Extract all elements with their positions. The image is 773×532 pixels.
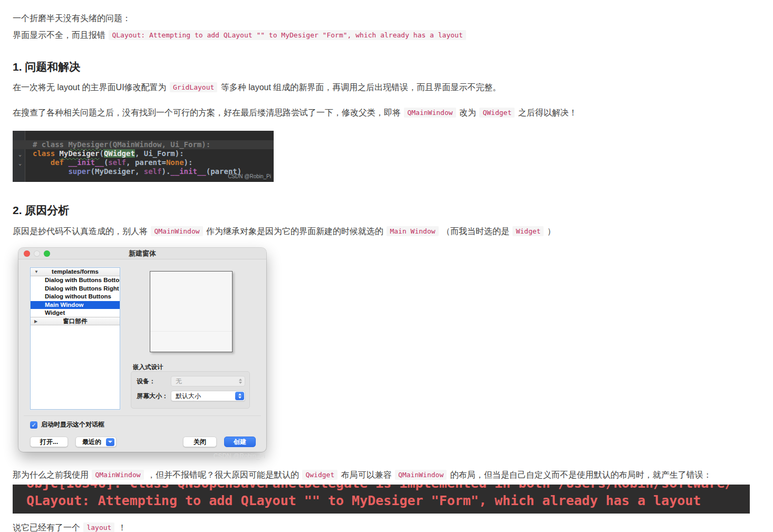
text-run: 界面显示不全，而且报错 [13, 31, 108, 40]
inline-code: Main Window [386, 226, 438, 236]
inline-code: GridLayout [170, 82, 217, 92]
inline-code: layout [83, 523, 114, 532]
recent-button[interactable]: 最近的 [75, 437, 117, 447]
form-preview [150, 271, 233, 352]
template-items: Dialog with Buttons BottomDialog with Bu… [31, 276, 120, 317]
code-line: class MyDesiger(QWidget, Ui_Form): [13, 149, 274, 158]
text-run: 作为继承对象是因为它的界面新建的时候就选的 [204, 227, 386, 236]
section-1-title: 1. 问题和解决 [13, 61, 760, 73]
close-window-icon[interactable] [24, 250, 30, 257]
text-run: 在一次将无 layout 的主界面UI修改配置为 [13, 83, 169, 92]
text-run: 原因是抄代码不认真造成的，别人将 [13, 227, 150, 236]
dialog-titlebar: 新建窗体 [18, 248, 266, 259]
dialog-button-row: 打开... 最近的 关闭 创建 [30, 437, 256, 447]
triangle-right-icon[interactable]: ▶ [34, 317, 37, 325]
inline-code: QLayout: Attempting to add QLayout "" to… [109, 30, 466, 40]
form-template-item[interactable]: Dialog without Buttons [31, 293, 120, 301]
text-run: ！ [115, 523, 126, 532]
text-run: ） [545, 227, 555, 236]
list-group-templates[interactable]: ▼ templates/forms [31, 268, 120, 276]
text-run: （而我当时选的是 [440, 227, 512, 236]
startup-option[interactable]: 启动时显示这个对话框 [30, 420, 104, 429]
form-template-item[interactable]: Dialog with Buttons Right [31, 285, 120, 293]
csdn-watermark: CSDN @Robin_Pi [214, 452, 265, 460]
text-run: 之后得以解决！ [516, 108, 577, 117]
preview-divider [150, 331, 232, 332]
triangle-down-icon[interactable]: ▼ [34, 268, 38, 276]
text-run: 的布局，但当是自己自定义而不是使用默认的布局时，就产生了错误： [448, 470, 711, 479]
new-form-dialog: 新建窗体 ▼ templates/forms Dialog with Butto… [18, 248, 266, 452]
form-template-item[interactable]: Dialog with Buttons Bottom [31, 276, 120, 285]
zoom-window-icon[interactable] [44, 250, 50, 257]
form-template-item[interactable]: Widget [31, 309, 120, 317]
list-group-label: templates/forms [52, 268, 99, 275]
section-2-para-1: 原因是抄代码不认真造成的，别人将 QMainWindow 作为继承对象是因为它的… [13, 226, 760, 237]
section-1-para-2: 在搜查了各种相关问题之后，没有找到一个可行的方案，好在最后缕清思路尝试了一下，修… [13, 108, 760, 118]
open-button[interactable]: 打开... [30, 437, 68, 447]
inline-code: QMainWindow [404, 108, 456, 118]
csdn-watermark: CSDN @Robin_Pi [228, 172, 271, 181]
intro-line-1: 一个折磨半天没有头绪的问题： [13, 0, 760, 24]
text-run: 等多种 layout 组成的新界面，再调用之后出现错误，而且界面显示不完整。 [218, 83, 501, 92]
inline-code: QMainWindow [395, 470, 447, 480]
dialog-separator [24, 415, 261, 416]
text-run: 在搜查了各种相关问题之后，没有找到一个可行的方案，好在最后缕清思路尝试了一下，修… [13, 108, 403, 117]
screen-size-dropdown[interactable]: 默认大小 [171, 391, 245, 401]
code-line: def __init__(self, parent=None): [13, 158, 274, 167]
text-run: 改为 [457, 108, 479, 117]
pycharm-code-screenshot: ⌄ ⌄ # class MyDesiger(QMainWindow, Ui_Fo… [13, 131, 274, 182]
create-button[interactable]: 创建 [224, 437, 256, 447]
device-label: 设备： [137, 377, 171, 386]
embedded-design-label: 嵌入式设计 [133, 363, 163, 371]
device-dropdown: 无 [171, 376, 245, 386]
text-run: 那为什么之前我使用 [13, 470, 91, 479]
checkbox-checked-icon[interactable] [30, 421, 37, 429]
form-template-list[interactable]: ▼ templates/forms Dialog with Buttons Bo… [30, 267, 120, 410]
inline-code: QWidget [479, 108, 515, 118]
text-run: ，但并不报错呢？很大原因可能是默认的 [145, 470, 302, 479]
recent-button-label: 最近的 [82, 438, 101, 447]
qt-designer-dialog-screenshot: 新建窗体 ▼ templates/forms Dialog with Butto… [13, 248, 276, 461]
startup-checkbox-label: 启动时显示这个对话框 [41, 420, 104, 429]
device-value: 无 [176, 377, 182, 386]
chevron-down-icon[interactable] [106, 438, 114, 446]
blog-article: 一个折磨半天没有头绪的问题： 界面显示不全，而且报错 QLayout: Atte… [0, 0, 773, 532]
console-line-clipped: objc[16346]: Class QNSOpenSavePanelDeleg… [26, 485, 750, 491]
screen-size-label: 屏幕大小： [137, 392, 171, 401]
dialog-title: 新建窗体 [18, 248, 266, 259]
list-group-label: 窗口部件 [63, 318, 88, 324]
form-template-item[interactable]: Main Window [31, 301, 120, 309]
screen-size-value: 默认大小 [176, 392, 201, 401]
section-2-para-2: 那为什么之前我使用 QMainWindow ，但并不报错呢？很大原因可能是默认的… [13, 470, 760, 480]
stepper-icon [239, 379, 242, 384]
list-group-widgets[interactable]: ▶ 窗口部件 [31, 317, 120, 325]
text-run: 说它已经有了一个 [13, 523, 82, 532]
close-button[interactable]: 关闭 [183, 437, 217, 447]
console-error-screenshot: objc[16346]: Class QNSOpenSavePanelDeleg… [13, 485, 750, 514]
embedded-design-group: 设备： 无 屏幕大小： 默认大小 [131, 371, 250, 409]
intro-line-2: 界面显示不全，而且报错 QLayout: Attempting to add Q… [13, 30, 760, 41]
window-controls [24, 250, 50, 257]
inline-code: Qwidget [302, 470, 337, 480]
inline-code: Widget [513, 226, 544, 236]
section-2-title: 2. 原因分析 [13, 204, 760, 217]
console-error-line: QLayout: Attempting to add QLayout "" to… [26, 493, 750, 509]
screen-size-row: 屏幕大小： 默认大小 [137, 391, 245, 401]
section-1-para-1: 在一次将无 layout 的主界面UI修改配置为 GridLayout 等多种 … [13, 82, 760, 93]
outro-line: 说它已经有了一个 layout ！ [13, 523, 760, 532]
device-row: 设备： 无 [137, 376, 245, 386]
stepper-icon[interactable] [235, 392, 244, 400]
inline-code: QMainWindow [151, 226, 202, 236]
inline-code: QMainWindow [92, 470, 143, 480]
code-lines: # class MyDesiger(QMainWindow, Ui_Form):… [13, 140, 274, 176]
text-run: 布局可以兼容 [339, 470, 394, 479]
code-line: # class MyDesiger(QMainWindow, Ui_Form): [13, 140, 274, 149]
minimize-window-icon [34, 250, 40, 257]
